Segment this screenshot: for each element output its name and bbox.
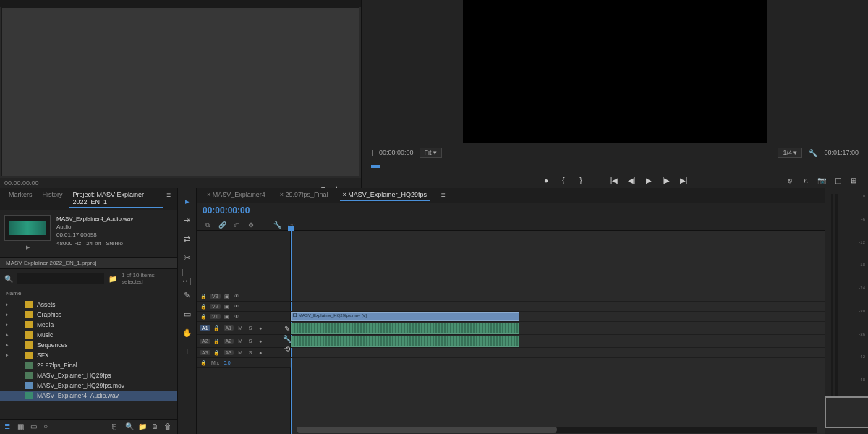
play-button[interactable]: ▶ xyxy=(644,175,654,185)
timeline-hscroll[interactable] xyxy=(297,427,817,433)
selection-tool[interactable]: ▸ xyxy=(182,195,193,207)
settings-icon[interactable]: ⚙ xyxy=(246,220,256,230)
go-to-out-button[interactable]: ▶| xyxy=(678,175,689,185)
mark-out-button[interactable]: } xyxy=(576,175,586,185)
bin-row[interactable]: ▸Assets xyxy=(0,299,177,310)
solo-button[interactable]: S xyxy=(247,338,254,345)
track-label[interactable]: A1 xyxy=(224,326,234,331)
lock-icon[interactable]: 🔒 xyxy=(200,359,207,367)
slip-tool[interactable]: |↔| xyxy=(182,271,193,282)
picture-in-picture-preview[interactable] xyxy=(825,396,868,428)
freeform-view-icon[interactable]: ▭ xyxy=(30,422,39,431)
mute-button[interactable]: M xyxy=(237,349,244,357)
toggle-output-icon[interactable]: ▣ xyxy=(224,313,231,320)
video-track-lane[interactable] xyxy=(291,292,825,302)
track-label[interactable]: V3 xyxy=(210,294,221,299)
record-icon[interactable]: ● xyxy=(257,338,264,345)
source-patch[interactable]: A2 xyxy=(200,339,210,344)
video-track-lane[interactable] xyxy=(291,302,825,312)
bin-row[interactable]: ▸SFX xyxy=(0,350,177,360)
bin-row[interactable]: MASV_Explainer_HQ29fps xyxy=(0,370,177,380)
project-tab[interactable]: Project: MASV Explainer 2022_EN_1 xyxy=(69,190,163,208)
tab-menu-icon[interactable]: ≡ xyxy=(438,190,448,200)
zoom-fit-dropdown[interactable]: Fit ▾ xyxy=(420,148,443,158)
audio-track-header[interactable]: A3🔒A3MS● xyxy=(197,348,291,358)
zoom-slider-icon[interactable]: ○ xyxy=(43,422,52,431)
bin-row[interactable]: MASV_Explainer4_Audio.wav xyxy=(0,391,177,401)
mix-value[interactable]: 0.0 xyxy=(224,360,231,365)
panel-menu-icon[interactable]: ≡ xyxy=(165,190,173,200)
mix-track-header[interactable]: 🔒Mix0.0 xyxy=(197,358,291,368)
audio-track-header[interactable]: A2🔒A2MS● xyxy=(197,335,291,348)
preview-play-icon[interactable]: ▶ xyxy=(22,242,33,252)
audio-clip[interactable] xyxy=(291,336,519,347)
step-back-button[interactable]: ◀| xyxy=(626,175,637,185)
snap-icon[interactable]: ⧉ xyxy=(203,220,213,230)
delete-icon[interactable]: 🗑 xyxy=(164,422,173,431)
extract-button[interactable]: ⎌ xyxy=(801,175,811,185)
rectangle-tool[interactable]: ▭ xyxy=(182,308,193,320)
markers-tab[interactable]: Markers xyxy=(4,190,37,208)
lock-icon[interactable]: 🔒 xyxy=(200,313,207,320)
wrench-timeline-icon[interactable]: 🔧 xyxy=(272,220,282,230)
track-label[interactable]: V1 xyxy=(210,314,221,319)
linked-selection-icon[interactable]: 🔗 xyxy=(217,220,227,230)
sequence-tab[interactable]: × MASV_Explainer4 xyxy=(204,190,268,201)
record-icon[interactable]: ● xyxy=(257,325,264,332)
new-bin-icon[interactable]: 📁 xyxy=(109,275,117,283)
track-label[interactable]: A3 xyxy=(224,350,234,355)
bin-row[interactable]: ▸Sequences xyxy=(0,340,177,350)
new-item-icon[interactable]: 🗎 xyxy=(151,422,160,431)
automate-to-sequence-icon[interactable]: ⎘ xyxy=(112,422,121,431)
bin-row[interactable]: ▸Media xyxy=(0,320,177,330)
track-select-tool[interactable]: ⇥ xyxy=(182,214,193,226)
video-track-header[interactable]: 🔒V2▣👁 xyxy=(197,302,291,312)
ripple-edit-tool[interactable]: ⇄ xyxy=(182,233,193,244)
find-icon[interactable]: 🔍 xyxy=(125,422,134,431)
source-monitor[interactable] xyxy=(1,7,359,176)
button-editor-button[interactable]: ⊞ xyxy=(848,175,859,185)
bin-row[interactable]: ▸Music xyxy=(0,330,177,340)
sequence-tab[interactable]: × 29.97fps_Final xyxy=(277,190,331,201)
go-to-in-button[interactable]: |◀ xyxy=(609,175,619,185)
step-forward-button[interactable]: |▶ xyxy=(661,175,671,185)
icon-view-icon[interactable]: ▦ xyxy=(17,422,26,431)
video-track-header[interactable]: 🔒V1▣👁 xyxy=(197,312,291,322)
video-clip[interactable]: 🎞 MASV_Explainer_HQ29fps.mov [V] xyxy=(291,312,519,321)
program-timecode-in[interactable]: 00:00:00:00 xyxy=(379,149,414,156)
hand-tool[interactable]: ✋ xyxy=(182,327,193,339)
project-search-input[interactable] xyxy=(17,273,104,284)
list-view-icon[interactable]: ≣ xyxy=(4,422,13,431)
resolution-dropdown[interactable]: 1/4 ▾ xyxy=(778,148,802,158)
mute-button[interactable]: M xyxy=(237,338,244,345)
source-patch[interactable]: A1 xyxy=(200,326,210,331)
lift-button[interactable]: ⎋ xyxy=(785,175,795,185)
track-label[interactable]: A2 xyxy=(224,339,234,344)
program-monitor[interactable] xyxy=(463,0,767,143)
eye-icon[interactable]: 👁 xyxy=(234,293,241,300)
export-frame-button[interactable]: 📷 xyxy=(817,175,827,185)
bin-row[interactable]: MASV_Explainer_HQ29fps.mov xyxy=(0,380,177,391)
disclosure-icon[interactable]: ▸ xyxy=(6,322,12,328)
disclosure-icon[interactable]: ▸ xyxy=(6,312,12,318)
program-scrub-bar[interactable] xyxy=(371,161,859,171)
column-header-name[interactable]: Name xyxy=(0,288,177,299)
lock-icon[interactable]: 🔒 xyxy=(213,325,221,332)
toggle-output-icon[interactable]: ▣ xyxy=(224,293,231,300)
toggle-output-icon[interactable]: ▣ xyxy=(224,303,231,310)
lock-icon[interactable]: 🔒 xyxy=(213,349,221,357)
program-timecode-out[interactable]: 00:01:17:00 xyxy=(824,149,859,156)
clip-preview-thumb[interactable] xyxy=(4,215,51,241)
disclosure-icon[interactable]: ▸ xyxy=(6,332,12,338)
razor-tool[interactable]: ✂ xyxy=(182,252,193,263)
lock-icon[interactable]: 🔒 xyxy=(213,338,221,345)
track-label[interactable]: V2 xyxy=(210,304,221,309)
comparison-view-button[interactable]: ◫ xyxy=(833,175,843,185)
audio-track-header[interactable]: A1🔒A1MS● xyxy=(197,322,291,335)
history-tab[interactable]: History xyxy=(38,190,67,208)
eye-icon[interactable]: 👁 xyxy=(234,303,241,310)
source-timecode[interactable]: 00:00:00:00 xyxy=(0,178,361,188)
wrench-icon[interactable]: 🔧 xyxy=(808,148,818,158)
audio-clip[interactable] xyxy=(291,323,519,334)
video-track-header[interactable]: 🔒V3▣👁 xyxy=(197,292,291,302)
